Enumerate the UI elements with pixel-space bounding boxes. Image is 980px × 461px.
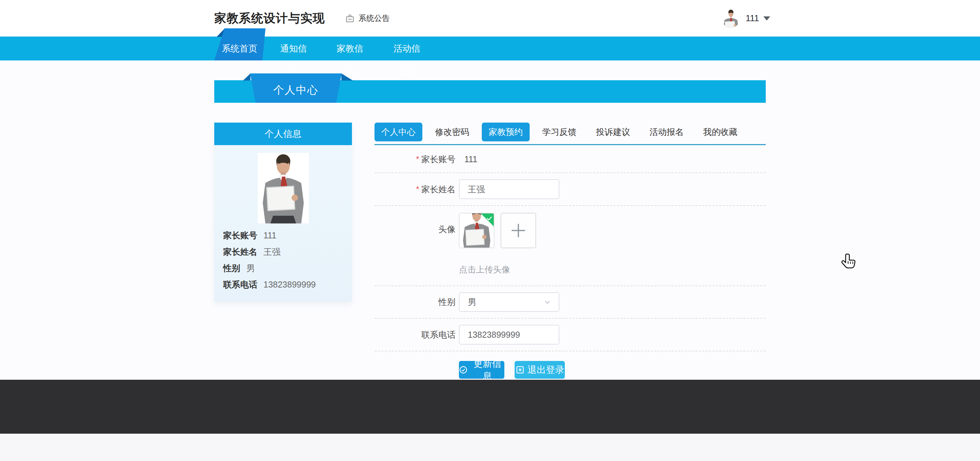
tab-study-feedback[interactable]: 学习反馈 <box>535 123 583 141</box>
tab-activity-signup[interactable]: 活动报名 <box>643 123 690 141</box>
caret-down-icon <box>764 16 770 21</box>
account-label: *家长账号 <box>374 154 455 165</box>
announcement-label: 系统公告 <box>358 13 390 24</box>
field-label: 家长姓名 <box>223 246 257 257</box>
field-label: 家长账号 <box>223 230 257 241</box>
tab-complaint[interactable]: 投诉建议 <box>589 123 637 141</box>
user-name: 111 <box>746 13 759 24</box>
nav-item-tutor[interactable]: 家教信息 <box>336 36 364 60</box>
top-header: 家教系统设计与实现 系统公告 111 <box>0 0 980 36</box>
gender-label: 性别 <box>374 296 455 308</box>
profile-avatar <box>258 152 309 224</box>
nav-item-label: 系统首页 <box>214 36 265 60</box>
upload-avatar-button[interactable] <box>501 213 536 248</box>
name-label-text: 家长姓名 <box>421 184 455 194</box>
page-banner: 个人中心 <box>214 80 766 103</box>
check-icon <box>486 215 493 222</box>
logout-icon <box>515 365 525 375</box>
tab-change-password[interactable]: 修改密码 <box>428 123 476 141</box>
page-footer <box>0 380 980 434</box>
user-menu[interactable]: 111 <box>722 0 770 36</box>
required-mark: * <box>416 154 419 164</box>
update-info-button[interactable]: 更新信息 <box>459 361 504 379</box>
profile-card: 个人信息 家长账号 111 家长姓名 王强 性别 男 联系电话 13823899… <box>214 123 352 301</box>
tab-tutor-booking[interactable]: 家教预约 <box>482 123 530 141</box>
uploaded-avatar-thumbnail[interactable] <box>459 213 495 248</box>
plus-icon <box>509 222 527 239</box>
announcement-link[interactable]: 系统公告 <box>345 13 390 24</box>
nav-item-home[interactable]: 系统首页 <box>214 29 267 60</box>
nav-item-activity[interactable]: 活动信息 <box>392 36 422 60</box>
field-label: 联系电话 <box>223 279 257 290</box>
form-row-account: *家长账号 111 <box>374 146 766 173</box>
profile-field-gender: 性别 男 <box>223 263 343 274</box>
tab-my-favorites[interactable]: 我的收藏 <box>697 123 744 141</box>
field-value: 王强 <box>264 246 280 257</box>
account-value: 111 <box>465 154 477 164</box>
gender-select-value: 男 <box>468 296 476 308</box>
tabs-underline <box>374 144 766 145</box>
name-input[interactable] <box>459 179 559 199</box>
tab-personal-center[interactable]: 个人中心 <box>374 123 422 141</box>
bottom-strip <box>0 434 980 461</box>
profile-field-account: 家长账号 111 <box>223 230 343 241</box>
name-label: *家长姓名 <box>374 184 455 195</box>
required-mark: * <box>416 184 419 194</box>
hand-cursor-icon <box>840 253 858 274</box>
profile-field-name: 家长姓名 王强 <box>223 246 343 257</box>
update-info-label: 更新信息 <box>471 358 504 382</box>
profile-card-title: 个人信息 <box>214 123 352 145</box>
banner-ribbon: 个人中心 <box>250 73 342 103</box>
upload-hint: 点击上传头像 <box>459 264 536 275</box>
phone-input[interactable] <box>459 325 559 345</box>
form-row-avatar: 头像 <box>374 206 766 286</box>
announcement-icon <box>345 13 355 24</box>
field-value: 男 <box>247 263 255 274</box>
ribbon-fold-left <box>243 73 250 81</box>
nav-item-notice[interactable]: 通知信息 <box>279 36 308 60</box>
site-title: 家教系统设计与实现 <box>214 10 325 26</box>
form-row-phone: 联系电话 <box>374 318 766 352</box>
field-label: 性别 <box>223 263 240 274</box>
chevron-down-icon <box>543 298 552 307</box>
circle-check-icon <box>459 365 468 375</box>
gender-select[interactable]: 男 <box>459 292 559 312</box>
profile-tabs: 个人中心 修改密码 家教预约 学习反馈 投诉建议 活动报名 我的收藏 <box>374 123 766 141</box>
avatar-label: 头像 <box>374 224 455 235</box>
logout-button[interactable]: 退出登录 <box>515 361 565 379</box>
page-title: 个人中心 <box>250 83 342 97</box>
logout-label: 退出登录 <box>528 364 565 376</box>
form-row-name: *家长姓名 <box>374 173 766 206</box>
account-label-text: 家长账号 <box>421 154 455 164</box>
field-value: 13823899999 <box>264 279 316 290</box>
phone-label: 联系电话 <box>374 329 455 341</box>
form-row-gender: 性别 男 <box>374 286 766 318</box>
main-navbar: 系统首页 通知信息 家教信息 活动信息 <box>0 36 980 60</box>
user-avatar <box>722 9 740 28</box>
profile-field-phone: 联系电话 13823899999 <box>223 279 343 290</box>
field-value: 111 <box>264 230 277 241</box>
